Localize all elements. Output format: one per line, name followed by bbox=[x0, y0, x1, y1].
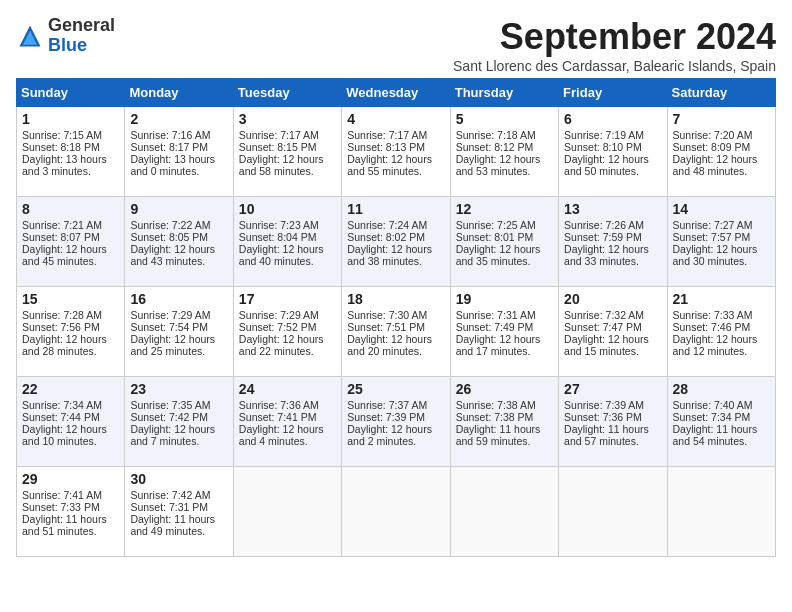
sunrise-text: Sunrise: 7:19 AM bbox=[564, 129, 661, 141]
daylight-text: Daylight: 11 hours and 59 minutes. bbox=[456, 423, 553, 447]
calendar-week-row: 15Sunrise: 7:28 AMSunset: 7:56 PMDayligh… bbox=[17, 287, 776, 377]
calendar-week-row: 29Sunrise: 7:41 AMSunset: 7:33 PMDayligh… bbox=[17, 467, 776, 557]
daylight-text: Daylight: 12 hours and 55 minutes. bbox=[347, 153, 444, 177]
sunset-text: Sunset: 7:41 PM bbox=[239, 411, 336, 423]
sunset-text: Sunset: 8:17 PM bbox=[130, 141, 227, 153]
daylight-text: Daylight: 12 hours and 28 minutes. bbox=[22, 333, 119, 357]
sunset-text: Sunset: 7:49 PM bbox=[456, 321, 553, 333]
day-number: 1 bbox=[22, 111, 119, 127]
logo-general-text: General bbox=[48, 15, 115, 35]
daylight-text: Daylight: 12 hours and 4 minutes. bbox=[239, 423, 336, 447]
day-number: 13 bbox=[564, 201, 661, 217]
day-number: 24 bbox=[239, 381, 336, 397]
sunset-text: Sunset: 7:46 PM bbox=[673, 321, 770, 333]
day-number: 25 bbox=[347, 381, 444, 397]
day-number: 2 bbox=[130, 111, 227, 127]
day-number: 22 bbox=[22, 381, 119, 397]
calendar-cell: 24Sunrise: 7:36 AMSunset: 7:41 PMDayligh… bbox=[233, 377, 341, 467]
sunset-text: Sunset: 7:39 PM bbox=[347, 411, 444, 423]
sunset-text: Sunset: 7:33 PM bbox=[22, 501, 119, 513]
daylight-text: Daylight: 12 hours and 2 minutes. bbox=[347, 423, 444, 447]
sunset-text: Sunset: 7:36 PM bbox=[564, 411, 661, 423]
calendar-cell: 4Sunrise: 7:17 AMSunset: 8:13 PMDaylight… bbox=[342, 107, 450, 197]
daylight-text: Daylight: 11 hours and 54 minutes. bbox=[673, 423, 770, 447]
daylight-text: Daylight: 12 hours and 30 minutes. bbox=[673, 243, 770, 267]
day-number: 27 bbox=[564, 381, 661, 397]
sunset-text: Sunset: 8:01 PM bbox=[456, 231, 553, 243]
logo-text: General Blue bbox=[48, 16, 115, 56]
logo-icon bbox=[16, 22, 44, 50]
calendar-cell: 28Sunrise: 7:40 AMSunset: 7:34 PMDayligh… bbox=[667, 377, 775, 467]
calendar-cell: 25Sunrise: 7:37 AMSunset: 7:39 PMDayligh… bbox=[342, 377, 450, 467]
sunset-text: Sunset: 7:52 PM bbox=[239, 321, 336, 333]
calendar-cell: 13Sunrise: 7:26 AMSunset: 7:59 PMDayligh… bbox=[559, 197, 667, 287]
calendar-cell: 15Sunrise: 7:28 AMSunset: 7:56 PMDayligh… bbox=[17, 287, 125, 377]
col-header-friday: Friday bbox=[559, 79, 667, 107]
sunrise-text: Sunrise: 7:32 AM bbox=[564, 309, 661, 321]
sunset-text: Sunset: 7:57 PM bbox=[673, 231, 770, 243]
day-number: 16 bbox=[130, 291, 227, 307]
sunset-text: Sunset: 8:05 PM bbox=[130, 231, 227, 243]
daylight-text: Daylight: 12 hours and 40 minutes. bbox=[239, 243, 336, 267]
sunrise-text: Sunrise: 7:41 AM bbox=[22, 489, 119, 501]
sunset-text: Sunset: 7:38 PM bbox=[456, 411, 553, 423]
title-block: September 2024 Sant Llorenc des Cardassa… bbox=[453, 16, 776, 74]
day-number: 17 bbox=[239, 291, 336, 307]
day-number: 6 bbox=[564, 111, 661, 127]
daylight-text: Daylight: 12 hours and 25 minutes. bbox=[130, 333, 227, 357]
calendar-cell: 21Sunrise: 7:33 AMSunset: 7:46 PMDayligh… bbox=[667, 287, 775, 377]
sunrise-text: Sunrise: 7:22 AM bbox=[130, 219, 227, 231]
sunrise-text: Sunrise: 7:17 AM bbox=[239, 129, 336, 141]
daylight-text: Daylight: 12 hours and 15 minutes. bbox=[564, 333, 661, 357]
calendar-body: 1Sunrise: 7:15 AMSunset: 8:18 PMDaylight… bbox=[17, 107, 776, 557]
calendar-subtitle: Sant Llorenc des Cardassar, Balearic Isl… bbox=[453, 58, 776, 74]
page-header: General Blue September 2024 Sant Llorenc… bbox=[16, 16, 776, 74]
calendar-cell bbox=[667, 467, 775, 557]
calendar-cell: 10Sunrise: 7:23 AMSunset: 8:04 PMDayligh… bbox=[233, 197, 341, 287]
sunset-text: Sunset: 7:31 PM bbox=[130, 501, 227, 513]
sunset-text: Sunset: 8:10 PM bbox=[564, 141, 661, 153]
calendar-cell: 30Sunrise: 7:42 AMSunset: 7:31 PMDayligh… bbox=[125, 467, 233, 557]
day-number: 4 bbox=[347, 111, 444, 127]
day-number: 12 bbox=[456, 201, 553, 217]
col-header-tuesday: Tuesday bbox=[233, 79, 341, 107]
calendar-cell bbox=[450, 467, 558, 557]
calendar-cell: 23Sunrise: 7:35 AMSunset: 7:42 PMDayligh… bbox=[125, 377, 233, 467]
calendar-week-row: 1Sunrise: 7:15 AMSunset: 8:18 PMDaylight… bbox=[17, 107, 776, 197]
sunrise-text: Sunrise: 7:33 AM bbox=[673, 309, 770, 321]
calendar-cell: 2Sunrise: 7:16 AMSunset: 8:17 PMDaylight… bbox=[125, 107, 233, 197]
day-number: 8 bbox=[22, 201, 119, 217]
sunset-text: Sunset: 7:56 PM bbox=[22, 321, 119, 333]
calendar-cell: 8Sunrise: 7:21 AMSunset: 8:07 PMDaylight… bbox=[17, 197, 125, 287]
day-number: 28 bbox=[673, 381, 770, 397]
day-number: 5 bbox=[456, 111, 553, 127]
daylight-text: Daylight: 13 hours and 0 minutes. bbox=[130, 153, 227, 177]
calendar-header-row: SundayMondayTuesdayWednesdayThursdayFrid… bbox=[17, 79, 776, 107]
col-header-thursday: Thursday bbox=[450, 79, 558, 107]
day-number: 14 bbox=[673, 201, 770, 217]
daylight-text: Daylight: 12 hours and 20 minutes. bbox=[347, 333, 444, 357]
daylight-text: Daylight: 12 hours and 22 minutes. bbox=[239, 333, 336, 357]
daylight-text: Daylight: 12 hours and 53 minutes. bbox=[456, 153, 553, 177]
daylight-text: Daylight: 12 hours and 45 minutes. bbox=[22, 243, 119, 267]
sunrise-text: Sunrise: 7:29 AM bbox=[130, 309, 227, 321]
daylight-text: Daylight: 12 hours and 58 minutes. bbox=[239, 153, 336, 177]
daylight-text: Daylight: 11 hours and 57 minutes. bbox=[564, 423, 661, 447]
calendar-cell: 11Sunrise: 7:24 AMSunset: 8:02 PMDayligh… bbox=[342, 197, 450, 287]
sunrise-text: Sunrise: 7:20 AM bbox=[673, 129, 770, 141]
day-number: 18 bbox=[347, 291, 444, 307]
daylight-text: Daylight: 12 hours and 7 minutes. bbox=[130, 423, 227, 447]
day-number: 20 bbox=[564, 291, 661, 307]
calendar-cell: 9Sunrise: 7:22 AMSunset: 8:05 PMDaylight… bbox=[125, 197, 233, 287]
calendar-cell: 12Sunrise: 7:25 AMSunset: 8:01 PMDayligh… bbox=[450, 197, 558, 287]
sunset-text: Sunset: 7:51 PM bbox=[347, 321, 444, 333]
day-number: 9 bbox=[130, 201, 227, 217]
sunrise-text: Sunrise: 7:34 AM bbox=[22, 399, 119, 411]
sunrise-text: Sunrise: 7:36 AM bbox=[239, 399, 336, 411]
sunset-text: Sunset: 7:59 PM bbox=[564, 231, 661, 243]
calendar-cell: 6Sunrise: 7:19 AMSunset: 8:10 PMDaylight… bbox=[559, 107, 667, 197]
sunrise-text: Sunrise: 7:27 AM bbox=[673, 219, 770, 231]
day-number: 19 bbox=[456, 291, 553, 307]
calendar-cell: 1Sunrise: 7:15 AMSunset: 8:18 PMDaylight… bbox=[17, 107, 125, 197]
sunset-text: Sunset: 8:15 PM bbox=[239, 141, 336, 153]
